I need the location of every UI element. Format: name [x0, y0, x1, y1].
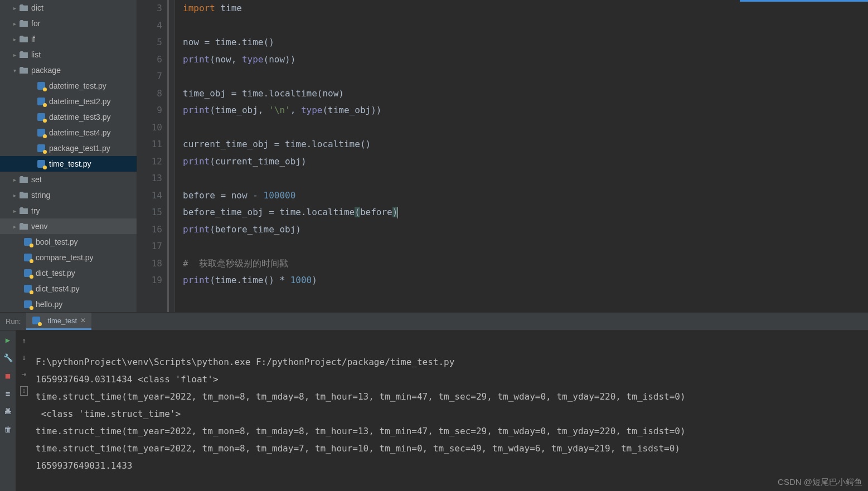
console-line: 1659937649.0311434 <class 'float'>	[36, 374, 219, 385]
python-file-icon	[23, 269, 32, 278]
console-line: time.struct_time(tm_year=2022, tm_mon=8,…	[36, 391, 686, 402]
soft-wrap-icon[interactable]: ⇥	[22, 370, 26, 378]
folder-icon	[19, 175, 28, 184]
tree-label: datetime_test2.py	[49, 97, 111, 106]
tree-label: compare_test.py	[36, 253, 94, 262]
wrench-icon[interactable]: 🔧	[3, 353, 13, 363]
tree-label: package	[31, 66, 61, 75]
chevron-right-icon: ▸	[10, 35, 19, 43]
tree-label: dict_test.py	[36, 269, 75, 278]
python-file-icon	[37, 144, 46, 153]
tree-label: dict	[31, 3, 43, 12]
tree-folder-try[interactable]: ▸ try	[0, 203, 137, 218]
tree-label: dict_test4.py	[36, 284, 80, 293]
folder-icon	[19, 3, 28, 12]
close-icon[interactable]: ✕	[80, 317, 86, 324]
tree-label: package_test1.py	[49, 144, 110, 153]
tree-folder-set[interactable]: ▸ set	[0, 172, 137, 187]
tree-label: list	[31, 50, 41, 59]
tree-file[interactable]: bool_test.py	[0, 234, 137, 250]
layout-icon[interactable]: ≡	[3, 388, 13, 398]
scroll-to-end-icon[interactable]: ↧	[20, 386, 28, 396]
stop-icon[interactable]: ■	[3, 371, 13, 381]
run-label: Run:	[0, 317, 26, 325]
tree-label: datetime_test4.py	[49, 128, 111, 137]
code-editor[interactable]: 34 56 78 910 1112 1314 1516 1718 19 impo…	[137, 0, 868, 312]
tree-label: datetime_test.py	[49, 81, 106, 90]
run-panel: Run: time_test ✕ ▶ 🔧 ■ ≡ 🖶 🗑 ↑ ↓ ⇥ ↧ F:\…	[0, 312, 868, 491]
python-file-icon	[23, 284, 32, 293]
line-gutter: 34 56 78 910 1112 1314 1516 1718 19	[137, 0, 175, 312]
console-line: <class 'time.struct_time'>	[36, 409, 181, 419]
folder-icon	[19, 191, 28, 200]
tree-label: time_test.py	[49, 159, 91, 168]
tree-label: if	[31, 35, 35, 43]
tree-folder-string[interactable]: ▸ string	[0, 187, 137, 203]
rerun-icon[interactable]: ▶	[3, 335, 13, 345]
run-toolbar-nav: ↑ ↓ ⇥ ↧	[16, 330, 32, 491]
run-tabs-bar: Run: time_test ✕	[0, 313, 868, 330]
python-file-icon	[23, 253, 32, 262]
tree-label: string	[31, 191, 50, 200]
watermark: CSDN @短尾巴小鳄鱼	[778, 477, 862, 488]
chevron-right-icon: ▸	[10, 191, 19, 200]
tree-folder-dict[interactable]: ▸ dict	[0, 0, 137, 16]
chevron-down-icon: ▾	[10, 66, 19, 75]
run-tab-title: time_test	[47, 317, 77, 325]
tree-label: venv	[31, 222, 48, 231]
change-marker	[167, 0, 169, 312]
tree-label: bool_test.py	[36, 237, 78, 246]
chevron-right-icon: ▸	[10, 222, 19, 231]
python-file-icon	[37, 159, 46, 168]
tree-file[interactable]: hello.py	[0, 296, 137, 312]
tree-label: set	[31, 175, 42, 184]
tree-file-active[interactable]: time_test.py	[0, 156, 137, 172]
tree-label: datetime_test3.py	[49, 113, 111, 121]
code-content[interactable]: import time now = time.time() print(now,…	[175, 0, 868, 312]
console-line: time.struct_time(tm_year=2022, tm_mon=8,…	[36, 443, 680, 454]
tree-file[interactable]: dict_test.py	[0, 265, 137, 281]
folder-icon	[19, 66, 28, 75]
python-file-icon	[37, 113, 46, 121]
tree-label: hello.py	[36, 300, 62, 309]
folder-icon	[19, 206, 28, 215]
tree-file[interactable]: datetime_test3.py	[0, 109, 137, 125]
tree-label: for	[31, 19, 40, 28]
folder-icon	[19, 222, 28, 231]
python-file-icon	[32, 316, 41, 325]
up-arrow-icon[interactable]: ↑	[22, 336, 26, 345]
tree-file[interactable]: compare_test.py	[0, 250, 137, 265]
chevron-right-icon: ▸	[10, 175, 19, 184]
chevron-right-icon: ▸	[10, 206, 19, 215]
run-toolbar-left: ▶ 🔧 ■ ≡ 🖶 🗑	[0, 330, 16, 491]
tree-file[interactable]: dict_test4.py	[0, 281, 137, 296]
print-icon[interactable]: 🖶	[3, 406, 13, 416]
tree-label: try	[31, 206, 40, 215]
console-line: 1659937649031.1433	[36, 460, 132, 471]
tree-file[interactable]: datetime_test4.py	[0, 125, 137, 140]
tree-file[interactable]: datetime_test2.py	[0, 94, 137, 109]
chevron-right-icon: ▸	[10, 50, 19, 59]
run-tab-active[interactable]: time_test ✕	[26, 313, 91, 330]
tree-folder-package[interactable]: ▾ package	[0, 62, 137, 78]
delete-icon[interactable]: 🗑	[3, 424, 13, 434]
python-file-icon	[37, 81, 46, 90]
tree-folder-if[interactable]: ▸ if	[0, 31, 137, 47]
down-arrow-icon[interactable]: ↓	[22, 353, 26, 362]
python-file-icon	[23, 237, 32, 246]
console-line: F:\pythonProject\venv\Scripts\python.exe…	[36, 357, 454, 367]
tree-folder-for[interactable]: ▸ for	[0, 16, 137, 31]
project-tree[interactable]: ▸ dict ▸ for ▸ if ▸ list ▾ package datet…	[0, 0, 137, 312]
python-file-icon	[37, 97, 46, 106]
folder-icon	[19, 19, 28, 28]
tree-folder-list[interactable]: ▸ list	[0, 47, 137, 62]
console-output[interactable]: F:\pythonProject\venv\Scripts\python.exe…	[32, 330, 868, 491]
chevron-right-icon: ▸	[10, 19, 19, 28]
tree-file[interactable]: package_test1.py	[0, 140, 137, 156]
tree-folder-venv[interactable]: ▸ venv	[0, 218, 137, 234]
console-line: time.struct_time(tm_year=2022, tm_mon=8,…	[36, 426, 686, 436]
chevron-right-icon: ▸	[10, 3, 19, 12]
tree-file[interactable]: datetime_test.py	[0, 78, 137, 94]
python-file-icon	[23, 300, 32, 309]
python-file-icon	[37, 128, 46, 137]
